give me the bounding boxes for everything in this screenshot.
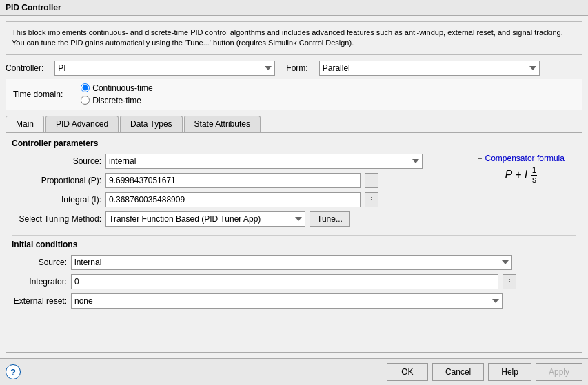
params-right: − Compensator formula P + I 1 s (466, 154, 576, 187)
discrete-time-option[interactable]: Discrete-time (81, 96, 152, 105)
integral-dots-btn[interactable]: ⋮ (365, 192, 378, 207)
main-content: This block implements continuous- and di… (0, 16, 588, 358)
discrete-time-radio[interactable] (81, 96, 90, 105)
title-text: PID Controller (6, 3, 61, 12)
tuning-label: Select Tuning Method: (12, 214, 101, 224)
cp-source-label: Source: (12, 156, 101, 166)
proportional-label: Proportional (P): (12, 176, 101, 185)
integral-row: Integral (I): ⋮ (12, 192, 466, 207)
tune-button[interactable]: Tune... (310, 211, 350, 227)
external-reset-label: External reset: (12, 296, 67, 306)
proportional-row: Proportional (P): ⋮ (12, 173, 466, 188)
proportional-input[interactable] (105, 173, 361, 188)
tab-pid-advanced[interactable]: PID Advanced (45, 116, 119, 132)
apply-button[interactable]: Apply (536, 363, 582, 381)
continuous-time-radio[interactable] (81, 83, 90, 92)
integrator-label: Integrator: (12, 277, 67, 287)
help-icon-button[interactable]: ? (6, 364, 21, 379)
cp-source-row: Source: internal external (12, 154, 466, 169)
form-select[interactable]: Parallel Ideal (319, 61, 540, 76)
tab-data-types[interactable]: Data Types (120, 116, 182, 132)
tab-content-main: Controller parameters Source: internal e… (6, 132, 582, 353)
ic-source-label: Source: (12, 258, 67, 267)
controller-select[interactable]: PI P PID (54, 61, 275, 76)
time-domain-box: Time domain: Continuous-time Discrete-ti… (6, 79, 582, 110)
integral-input[interactable] (105, 192, 361, 207)
controller-label: Controller: (6, 63, 43, 73)
cp-source-select[interactable]: internal external (105, 154, 423, 169)
ic-source-select[interactable]: internal external (71, 255, 512, 270)
description-text: This block implements continuous- and di… (12, 28, 563, 47)
compensator-link[interactable]: Compensator formula (485, 154, 565, 163)
time-domain-label: Time domain: (13, 90, 63, 99)
description-box: This block implements continuous- and di… (6, 21, 582, 55)
integrator-dots-btn[interactable]: ⋮ (503, 274, 516, 289)
initial-conditions-section: Initial conditions Source: internal exte… (12, 240, 576, 309)
integral-label: Integral (I): (12, 195, 101, 205)
continuous-time-option[interactable]: Continuous-time (81, 83, 152, 93)
tab-state-attributes[interactable]: State Attributes (184, 116, 261, 132)
params-left: Source: internal external Proportional (… (12, 154, 466, 231)
initial-conditions-title: Initial conditions (12, 240, 576, 249)
ok-button[interactable]: OK (387, 363, 428, 381)
external-reset-select[interactable]: none rising falling either level level h… (71, 293, 503, 309)
controller-form-row: Controller: PI P PID Form: Parallel Idea… (6, 61, 582, 76)
compensator-header: − Compensator formula (478, 154, 565, 163)
form-label: Form: (286, 63, 307, 73)
help-button[interactable]: Help (488, 363, 531, 381)
external-reset-row: External reset: none rising falling eith… (12, 293, 576, 309)
tab-main[interactable]: Main (6, 116, 44, 132)
bottom-bar: ? OK Cancel Help Apply (0, 358, 588, 385)
tuning-row: Select Tuning Method: Transfer Function … (12, 211, 466, 227)
tuning-method-select[interactable]: Transfer Function Based (PID Tuner App) … (105, 211, 305, 227)
time-domain-radio-group: Continuous-time Discrete-time (81, 83, 152, 105)
ic-source-row: Source: internal external (12, 255, 576, 270)
params-grid: Source: internal external Proportional (… (12, 154, 576, 231)
continuous-time-label: Continuous-time (92, 83, 152, 93)
controller-parameters-title: Controller parameters (12, 138, 576, 148)
integrator-input[interactable] (71, 274, 498, 289)
tabs-container: Main PID Advanced Data Types State Attri… (6, 116, 582, 132)
section-divider (12, 235, 576, 236)
compensator-collapse-btn[interactable]: − (478, 154, 482, 163)
integrator-row: Integrator: ⋮ (12, 274, 576, 289)
cancel-button[interactable]: Cancel (432, 363, 484, 381)
window-title: PID Controller (0, 0, 588, 16)
formula-box: P + I 1 s (497, 163, 546, 187)
proportional-dots-btn[interactable]: ⋮ (365, 173, 378, 188)
discrete-time-label: Discrete-time (92, 96, 141, 105)
formula-text: P + I 1 s (505, 166, 538, 185)
